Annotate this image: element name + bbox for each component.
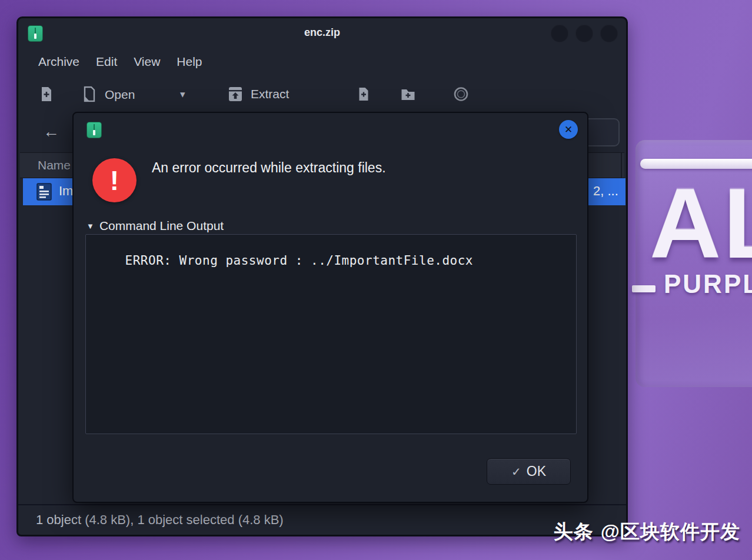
wallpaper-panel: ALL PURPLE (635, 140, 752, 387)
wallpaper-dash (632, 285, 655, 292)
open-label: Open (105, 87, 135, 101)
extract-icon (228, 86, 242, 102)
close-icon: ✕ (564, 124, 573, 136)
wallpaper-big-text: ALL (650, 174, 752, 273)
expander-triangle-icon: ▼ (86, 222, 94, 231)
watermark: 头条@区块软件开发 (554, 519, 740, 545)
menu-help[interactable]: Help (168, 52, 210, 71)
check-icon: ✓ (511, 465, 521, 479)
add-files-button[interactable] (358, 87, 370, 101)
stop-icon (453, 86, 469, 102)
wallpaper-brand-text: PURPLE (664, 269, 752, 299)
error-dialog: ✕ ! An error occurred while extracting f… (72, 112, 588, 503)
ok-label: OK (527, 464, 546, 479)
menubar: Archive Edit View Help (18, 48, 626, 76)
watermark-handle: @区块软件开发 (601, 521, 740, 542)
close-button[interactable] (600, 25, 618, 42)
chevron-down-icon: ▾ (180, 88, 185, 101)
toolbar: Open ▾ Extract (18, 76, 626, 112)
back-arrow-icon: ← (43, 122, 59, 141)
dialog-close-button[interactable]: ✕ (559, 120, 578, 139)
command-output-box[interactable]: ERROR: Wrong password : ../ImportantFile… (85, 234, 577, 434)
command-output-text: ERROR: Wrong password : ../ImportantFile… (125, 254, 473, 268)
docx-file-icon (36, 183, 52, 204)
add-folder-button[interactable] (401, 88, 415, 101)
back-button[interactable]: ← (38, 119, 64, 144)
titlebar[interactable]: enc.zip (18, 18, 626, 48)
name-column-header[interactable]: Name (38, 158, 71, 172)
menu-edit[interactable]: Edit (88, 52, 125, 71)
stop-button[interactable] (453, 86, 469, 102)
wallpaper-top-bar (640, 159, 752, 169)
ok-button[interactable]: ✓ OK (487, 458, 571, 485)
new-archive-icon (40, 86, 53, 102)
extract-label: Extract (251, 87, 289, 101)
add-folder-icon (401, 88, 415, 101)
open-file-icon (82, 86, 97, 102)
window-title: enc.zip (18, 26, 626, 39)
menu-view[interactable]: View (125, 52, 168, 71)
command-line-output-expander[interactable]: ▼ Command Line Output (86, 219, 224, 233)
selected-file-detail: 2, ... (593, 184, 618, 199)
open-button[interactable]: Open (82, 86, 135, 102)
add-file-icon (358, 87, 370, 101)
open-dropdown-button[interactable]: ▾ (180, 88, 185, 101)
new-archive-button[interactable] (40, 86, 53, 102)
error-icon: ! (92, 158, 137, 202)
window-controls (551, 25, 618, 42)
menu-archive[interactable]: Archive (30, 52, 88, 71)
watermark-logo: 头条 (554, 521, 594, 542)
maximize-button[interactable] (575, 25, 593, 42)
dialog-archive-icon (86, 122, 102, 138)
extract-button[interactable]: Extract (228, 86, 289, 102)
statusbar: 1 object (4.8 kB), 1 object selected (4.… (18, 504, 626, 535)
status-text: 1 object (4.8 kB), 1 object selected (4.… (36, 512, 284, 528)
expander-label: Command Line Output (99, 219, 224, 233)
error-message: An error occurred while extracting files… (152, 160, 386, 176)
minimize-button[interactable] (551, 25, 568, 42)
column-divider[interactable] (621, 153, 622, 178)
